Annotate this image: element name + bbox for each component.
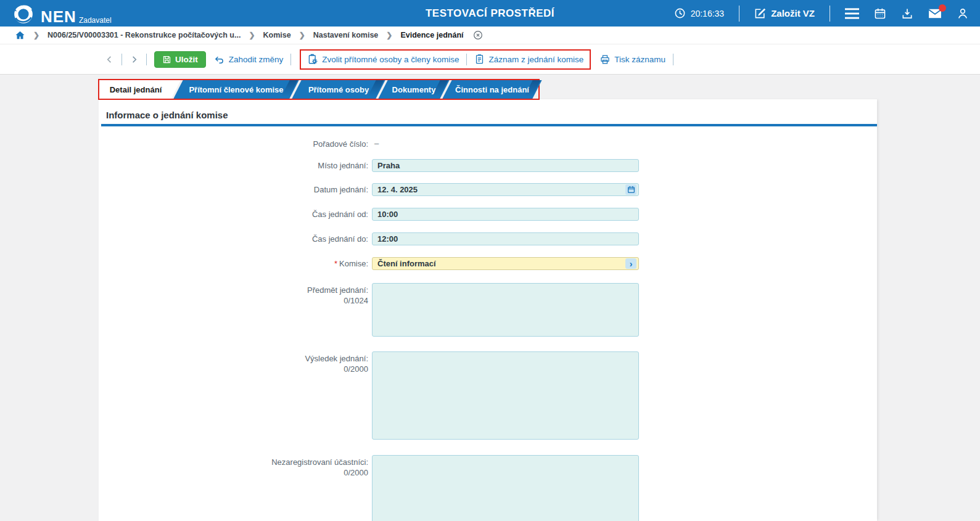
label-text: Datum jednání: — [314, 185, 368, 194]
committee-label: *Komise: — [99, 259, 368, 268]
committee-lookup-button[interactable]: › — [625, 258, 636, 269]
time-to-input[interactable] — [372, 232, 639, 245]
calendar-button[interactable] — [874, 7, 886, 20]
tab-cinnosti-na-jednani[interactable]: Činnosti na jednání — [446, 80, 538, 99]
place-input[interactable] — [372, 159, 639, 172]
print-record-button[interactable]: Tisk záznamu — [599, 54, 665, 65]
next-record-button[interactable] — [130, 55, 139, 64]
label-text: Komise: — [339, 259, 368, 268]
breadcrumb-separator: ❯ — [249, 31, 255, 39]
menu-icon — [845, 8, 859, 19]
messages-button[interactable] — [928, 8, 942, 19]
prev-record-button[interactable] — [105, 55, 114, 64]
record-toolbar: Uložit Zahodit změny Zvolit přítomné oso… — [0, 44, 980, 75]
tabs-annotation-box: Detail jednání Přítomní členové komise P… — [98, 79, 540, 100]
detail-panel: Informace o jednání komise Pořadové čísl… — [99, 99, 877, 521]
toolbar-divider — [146, 54, 147, 65]
printer-icon — [599, 54, 611, 65]
logo-subtitle: Zadavatel — [79, 16, 112, 25]
subject-textarea[interactable] — [372, 283, 639, 337]
app-logo[interactable]: NEN Zadavatel — [12, 2, 112, 25]
discard-changes-button[interactable]: Zahodit změny — [213, 54, 284, 65]
user-icon — [957, 7, 969, 20]
nen-logo-icon — [12, 2, 35, 25]
toolbar-divider — [290, 54, 291, 65]
label-text: Výsledek jednání: — [305, 354, 368, 363]
time-from-label: Čas jednání od: — [99, 210, 368, 219]
print-record-label: Tisk záznamu — [614, 55, 665, 64]
toolbar-divider — [466, 54, 467, 65]
subject-counter: 0/1024 — [99, 296, 368, 305]
save-label: Uložit — [175, 55, 198, 64]
breadcrumb-item-nastaveni-komise[interactable]: Nastavení komise — [313, 31, 379, 39]
save-button[interactable]: Uložit — [154, 51, 206, 68]
discard-icon — [213, 54, 225, 65]
breadcrumb-separator: ❯ — [33, 31, 39, 39]
tab-pritomne-osoby[interactable]: Přítomné osoby — [295, 80, 382, 99]
breadcrumb-item-evidence-jednani[interactable]: Evidence jednání — [400, 31, 463, 39]
user-profile-button[interactable] — [957, 7, 969, 20]
date-label: Datum jednání: — [99, 185, 368, 194]
compose-icon — [754, 7, 766, 19]
tab-label: Detail jednání — [110, 85, 162, 94]
logo-text: NEN — [41, 9, 76, 25]
serial-value: – — [374, 139, 379, 148]
toolbar-divider — [673, 54, 673, 65]
breadcrumb-item-komise[interactable]: Komise — [263, 31, 290, 39]
label-text: Čas jednání do: — [312, 234, 368, 244]
label-text: Předmět jednání: — [307, 285, 368, 295]
date-picker-button[interactable] — [625, 184, 636, 195]
toolbar-annotation-box: Zvolit přítomné osoby a členy komise Záz… — [300, 49, 591, 70]
header-divider — [739, 6, 739, 22]
calendar-field-icon — [627, 186, 635, 194]
notification-badge — [939, 4, 946, 12]
committee-input[interactable] — [372, 257, 639, 270]
result-label: Výsledek jednání: 0/2000 — [99, 354, 368, 374]
place-label: Místo jednání: — [99, 161, 368, 170]
tab-detail-jednani[interactable]: Detail jednání — [99, 80, 181, 99]
tab-label: Dokumenty — [392, 85, 436, 94]
required-asterisk: * — [334, 259, 337, 268]
tab-label: Činnosti na jednání — [455, 85, 529, 94]
section-underline — [101, 124, 877, 126]
close-icon[interactable] — [473, 30, 483, 40]
meeting-record-label: Záznam z jednání komise — [488, 55, 583, 64]
discard-label: Zahodit změny — [229, 55, 284, 64]
time-to-label: Čas jednání do: — [99, 234, 368, 244]
header-actions: 20:16:33 Založit VZ — [674, 0, 969, 27]
header-divider — [830, 6, 830, 22]
meeting-record-button[interactable]: Záznam z jednání komise — [474, 54, 583, 65]
environment-title: TESTOVACÍ PROSTŘEDÍ — [426, 0, 554, 27]
subject-label: Předmět jednání: 0/1024 — [99, 285, 368, 305]
tab-dokumenty[interactable]: Dokumenty — [382, 80, 446, 99]
time-from-input[interactable] — [372, 208, 639, 221]
toolbar-divider — [121, 54, 122, 65]
time-value: 20:16:33 — [691, 9, 725, 18]
label-text: Čas jednání od: — [312, 210, 368, 219]
menu-button[interactable] — [845, 8, 859, 19]
result-textarea[interactable] — [372, 351, 639, 440]
breadcrumb-item-contract[interactable]: N006/25/V00003301 - Rekonstrukce počítač… — [47, 31, 241, 39]
date-input[interactable] — [372, 183, 639, 196]
choose-persons-button[interactable]: Zvolit přítomné osoby a členy komise — [307, 54, 459, 65]
home-icon[interactable] — [15, 30, 25, 40]
breadcrumb-separator: ❯ — [299, 31, 305, 39]
calendar-icon — [874, 7, 886, 20]
unregistered-label: Nezaregistrovaní účastníci: 0/2000 — [99, 457, 368, 477]
save-icon — [162, 55, 171, 64]
label-text: Místo jednání: — [318, 161, 368, 170]
app-header: NEN Zadavatel TESTOVACÍ PROSTŘEDÍ 20:16:… — [0, 0, 980, 27]
unregistered-textarea[interactable] — [372, 455, 639, 521]
create-vz-button[interactable]: Založit VZ — [754, 7, 815, 19]
serial-label: Pořadové číslo: — [99, 139, 368, 149]
result-counter: 0/2000 — [99, 364, 368, 374]
download-icon — [901, 7, 913, 20]
tab-label: Přítomní členové komise — [189, 85, 283, 94]
create-vz-label: Založit VZ — [771, 8, 815, 18]
inbox-download-button[interactable] — [901, 7, 913, 20]
chevron-field-icon: › — [630, 260, 633, 268]
label-text: Pořadové číslo: — [313, 139, 368, 149]
section-title: Informace o jednání komise — [106, 110, 877, 120]
tab-pritomni-clenove-komise[interactable]: Přítomní členové komise — [177, 80, 295, 99]
unregistered-counter: 0/2000 — [99, 468, 368, 477]
